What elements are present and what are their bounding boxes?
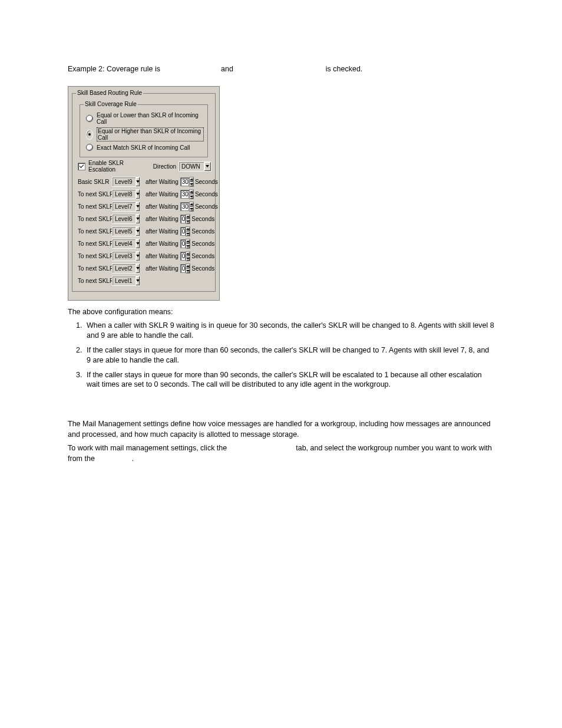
config-intro: The above configuration means: bbox=[68, 308, 494, 316]
seconds-label: Seconds bbox=[191, 253, 214, 259]
sklr-row: To next SKLRLevel1 bbox=[78, 275, 211, 286]
chevron-down-icon[interactable] bbox=[135, 252, 140, 261]
radio-lower[interactable] bbox=[86, 115, 93, 122]
next-sklr-label: To next SKLR bbox=[78, 253, 112, 259]
next-sklr-label: To next SKLR bbox=[78, 265, 112, 272]
seconds-label: Seconds bbox=[191, 216, 214, 222]
seconds-spinner[interactable] bbox=[189, 189, 194, 199]
example-and: and bbox=[221, 65, 235, 73]
direction-select[interactable]: DOWN bbox=[178, 162, 211, 172]
level-select[interactable]: Level8 bbox=[112, 189, 140, 199]
seconds-label: Seconds bbox=[195, 191, 218, 197]
mail-management-section: The Mail Management settings define how … bbox=[68, 419, 494, 464]
wait-seconds-input[interactable]: 30 bbox=[180, 190, 189, 199]
list-item: If the caller stays in queue for more th… bbox=[84, 370, 494, 390]
spinner-up-icon[interactable] bbox=[190, 177, 193, 182]
level-select[interactable]: Level7 bbox=[112, 202, 140, 212]
chevron-down-icon[interactable] bbox=[204, 162, 211, 171]
after-waiting-label: after Waiting bbox=[146, 265, 178, 272]
enable-escalation-label: Enable SKLR Escalation bbox=[88, 160, 150, 173]
sklr-row: To next SKLRLevel4after Waiting0Seconds bbox=[78, 238, 211, 249]
group-legend-outer: Skill Based Routing Rule bbox=[76, 90, 143, 96]
wait-seconds-input[interactable]: 0 bbox=[180, 239, 186, 248]
next-sklr-label: To next SKLR bbox=[78, 278, 112, 284]
spinner-down-icon[interactable] bbox=[190, 207, 193, 211]
after-waiting-label: after Waiting bbox=[146, 253, 178, 259]
level-select[interactable]: Level1 bbox=[112, 276, 140, 286]
seconds-spinner[interactable] bbox=[189, 202, 194, 212]
next-sklr-label: To next SKLR bbox=[78, 216, 112, 222]
spinner-up-icon[interactable] bbox=[186, 264, 190, 269]
chevron-down-icon[interactable] bbox=[135, 276, 140, 285]
spinner-up-icon[interactable] bbox=[186, 239, 190, 244]
radio-higher[interactable] bbox=[86, 130, 93, 140]
seconds-spinner[interactable] bbox=[186, 239, 190, 249]
chevron-down-icon[interactable] bbox=[135, 264, 140, 273]
level-value: Level1 bbox=[113, 278, 135, 284]
wait-seconds-input[interactable]: 0 bbox=[180, 264, 186, 273]
after-waiting-label: after Waiting bbox=[146, 216, 178, 222]
level-select[interactable]: Level2 bbox=[112, 263, 140, 274]
radio-higher-label: Equal or Higher than SKLR of Incoming Ca… bbox=[97, 127, 204, 141]
chevron-down-icon[interactable] bbox=[135, 239, 140, 248]
chevron-down-icon[interactable] bbox=[135, 215, 140, 223]
basic-sklr-label: Basic SKLR bbox=[78, 179, 112, 185]
level-select[interactable]: Level3 bbox=[112, 251, 140, 261]
seconds-spinner[interactable] bbox=[186, 214, 190, 224]
seconds-spinner[interactable] bbox=[186, 263, 190, 274]
spinner-down-icon[interactable] bbox=[190, 182, 193, 186]
radio-exact[interactable] bbox=[86, 144, 93, 151]
radio-exact-label: Exact Match SKLR of Incoming Call bbox=[97, 144, 190, 151]
level-value: Level5 bbox=[113, 228, 135, 235]
spinner-down-icon[interactable] bbox=[186, 219, 190, 223]
wait-seconds-input[interactable]: 30 bbox=[180, 177, 189, 186]
after-waiting-label: after Waiting bbox=[146, 228, 178, 235]
spinner-up-icon[interactable] bbox=[186, 215, 190, 219]
direction-value: DOWN bbox=[179, 163, 204, 170]
after-waiting-label: after Waiting bbox=[146, 241, 178, 247]
level-select[interactable]: Level4 bbox=[112, 239, 140, 249]
next-sklr-label: To next SKLR bbox=[78, 191, 112, 197]
spinner-up-icon[interactable] bbox=[190, 190, 193, 195]
chevron-down-icon[interactable] bbox=[135, 190, 140, 199]
sklr-row: To next SKLRLevel6after Waiting0Seconds bbox=[78, 213, 211, 224]
after-waiting-label: after Waiting bbox=[146, 179, 178, 185]
seconds-label: Seconds bbox=[195, 203, 218, 210]
chevron-down-icon[interactable] bbox=[135, 227, 140, 236]
direction-label: Direction bbox=[153, 163, 176, 170]
seconds-spinner[interactable] bbox=[186, 251, 190, 261]
seconds-spinner[interactable] bbox=[189, 177, 194, 187]
list-item: When a caller with SKLR 9 waiting is in … bbox=[84, 321, 494, 341]
wait-seconds-input[interactable]: 30 bbox=[180, 202, 189, 211]
level-value: Level2 bbox=[113, 265, 135, 272]
example-checked: is checked. bbox=[326, 65, 363, 73]
spinner-up-icon[interactable] bbox=[190, 202, 193, 207]
explanation-list: When a caller with SKLR 9 waiting is in … bbox=[78, 321, 494, 390]
after-waiting-label: after Waiting bbox=[146, 203, 178, 210]
spinner-down-icon[interactable] bbox=[186, 232, 190, 236]
checkbox-enable-escalation[interactable] bbox=[78, 163, 85, 170]
spinner-down-icon[interactable] bbox=[186, 244, 190, 248]
chevron-down-icon[interactable] bbox=[135, 202, 140, 211]
list-item: If the caller stays in queue for more th… bbox=[84, 345, 494, 365]
level-value: Level4 bbox=[113, 241, 135, 247]
level-select[interactable]: Level9 bbox=[112, 177, 140, 187]
spinner-down-icon[interactable] bbox=[186, 256, 190, 261]
wait-seconds-input[interactable]: 0 bbox=[180, 227, 186, 236]
wait-seconds-input[interactable]: 0 bbox=[180, 252, 186, 261]
level-select[interactable]: Level5 bbox=[112, 226, 140, 236]
spinner-up-icon[interactable] bbox=[186, 227, 190, 232]
chevron-down-icon[interactable] bbox=[135, 177, 140, 186]
seconds-label: Seconds bbox=[191, 265, 214, 272]
level-value: Level7 bbox=[113, 203, 135, 210]
level-select[interactable]: Level6 bbox=[112, 214, 140, 224]
spinner-down-icon[interactable] bbox=[186, 269, 190, 273]
wait-seconds-input[interactable]: 0 bbox=[180, 215, 186, 223]
seconds-spinner[interactable] bbox=[186, 226, 190, 236]
sklr-row: To next SKLRLevel7after Waiting30Seconds bbox=[78, 201, 211, 212]
spinner-up-icon[interactable] bbox=[186, 252, 190, 256]
level-value: Level6 bbox=[113, 216, 135, 222]
next-sklr-label: To next SKLR bbox=[78, 203, 112, 210]
spinner-down-icon[interactable] bbox=[190, 195, 193, 199]
group-skill-coverage: Skill Coverage Rule Equal or Lower than … bbox=[80, 104, 208, 157]
